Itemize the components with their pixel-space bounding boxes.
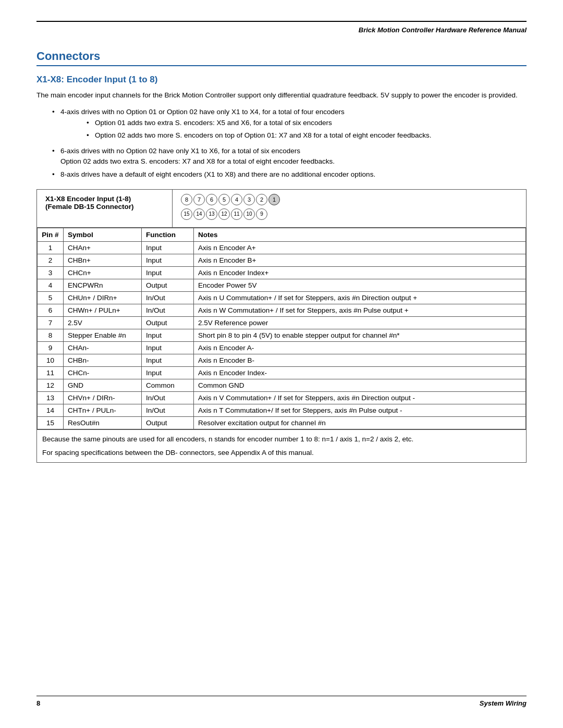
table-row: 11 CHCn- Input Axis n Encoder Index- bbox=[38, 366, 526, 379]
pin-11: 11 bbox=[231, 208, 242, 220]
table-row: 3 CHCn+ Input Axis n Encoder Index+ bbox=[38, 266, 526, 279]
cell-function: Input bbox=[142, 329, 194, 341]
page: Brick Motion Controller Hardware Referen… bbox=[0, 0, 563, 728]
cell-pin: 4 bbox=[38, 279, 64, 291]
cell-pin: 8 bbox=[38, 329, 64, 341]
table-row: 12 GND Common Common GND bbox=[38, 379, 526, 391]
cell-symbol: ENCPWRn bbox=[64, 279, 142, 291]
cell-notes: Axis n V Commutation+ / If set for Stepp… bbox=[194, 391, 526, 404]
cell-function: Common bbox=[142, 379, 194, 391]
bottom-notes: Because the same pinouts are used for al… bbox=[37, 429, 526, 463]
table-row: 4 ENCPWRn Output Encoder Power 5V bbox=[38, 279, 526, 291]
cell-notes: Axis n Encoder Index- bbox=[194, 366, 526, 379]
pin-3: 3 bbox=[243, 194, 255, 205]
footnote-1: Because the same pinouts are used for al… bbox=[42, 434, 521, 445]
cell-function: Input bbox=[142, 241, 194, 254]
cell-symbol: GND bbox=[64, 379, 142, 391]
pin-9: 9 bbox=[256, 208, 267, 220]
cell-notes: 2.5V Reference power bbox=[194, 316, 526, 329]
cell-notes: Axis n Encoder B- bbox=[194, 354, 526, 366]
pin-7: 7 bbox=[193, 194, 205, 205]
cell-function: In/Out bbox=[142, 291, 194, 304]
cell-symbol: CHTn+ / PULn- bbox=[64, 404, 142, 416]
pin-15: 15 bbox=[181, 208, 192, 220]
table-row: 8 Stepper Enable #n Input Short pin 8 to… bbox=[38, 329, 526, 341]
cell-notes: Axis n U Commutation+ / If set for Stepp… bbox=[194, 291, 526, 304]
cell-function: Input bbox=[142, 354, 194, 366]
bullet-2-text: 6-axis drives with no Option 02 have onl… bbox=[60, 147, 335, 165]
cell-symbol: CHCn- bbox=[64, 366, 142, 379]
connector-pins-top-row: 8 7 6 5 4 3 2 1 bbox=[181, 194, 280, 205]
footnote-2: For spacing specifications between the D… bbox=[42, 448, 521, 458]
table-row: 14 CHTn+ / PULn- In/Out Axis n T Commuta… bbox=[38, 404, 526, 416]
cell-pin: 13 bbox=[38, 391, 64, 404]
cell-function: Output bbox=[142, 316, 194, 329]
cell-symbol: Stepper Enable #n bbox=[64, 329, 142, 341]
pin-14: 14 bbox=[193, 208, 205, 220]
cell-symbol: ResOut#n bbox=[64, 416, 142, 429]
pin-8: 8 bbox=[181, 194, 192, 205]
connector-header: X1-X8 Encoder Input (1-8) (Female DB-15 … bbox=[37, 190, 526, 228]
table-header-row: Pin # Symbol Function Notes bbox=[38, 228, 526, 241]
cell-pin: 15 bbox=[38, 416, 64, 429]
section-title: Connectors bbox=[36, 50, 527, 66]
table-row: 5 CHUn+ / DIRn+ In/Out Axis n U Commutat… bbox=[38, 291, 526, 304]
cell-function: Input bbox=[142, 266, 194, 279]
cell-notes: Axis n T Commutation+/ If set for Steppe… bbox=[194, 404, 526, 416]
cell-pin: 9 bbox=[38, 341, 64, 354]
bullet-3: 8-axis drives have a default of eight en… bbox=[52, 169, 527, 180]
subsection-title: X1-X8: Encoder Input (1 to 8) bbox=[36, 75, 527, 85]
cell-pin: 2 bbox=[38, 254, 64, 266]
table-row: 6 CHWn+ / PULn+ In/Out Axis n W Commutat… bbox=[38, 304, 526, 316]
cell-pin: 11 bbox=[38, 366, 64, 379]
footer-section: System Wiring bbox=[480, 699, 527, 707]
cell-pin: 1 bbox=[38, 241, 64, 254]
pin-4: 4 bbox=[231, 194, 242, 205]
cell-symbol: 2.5V bbox=[64, 316, 142, 329]
table-row: 7 2.5V Output 2.5V Reference power bbox=[38, 316, 526, 329]
connector-pins-bottom-row: 15 14 13 12 11 10 9 bbox=[181, 208, 267, 220]
connector-header-right: 8 7 6 5 4 3 2 1 15 14 13 12 11 10 bbox=[173, 190, 526, 227]
cell-notes: Axis n W Commutation+ / If set for Stepp… bbox=[194, 304, 526, 316]
cell-pin: 6 bbox=[38, 304, 64, 316]
cell-function: In/Out bbox=[142, 404, 194, 416]
bullet-1: 4-axis drives with no Option 01 or Optio… bbox=[52, 107, 527, 141]
cell-symbol: CHWn+ / PULn+ bbox=[64, 304, 142, 316]
cell-pin: 12 bbox=[38, 379, 64, 391]
cell-notes: Encoder Power 5V bbox=[194, 279, 526, 291]
cell-symbol: CHCn+ bbox=[64, 266, 142, 279]
connector-header-title-line1: X1-X8 Encoder Input (1-8) bbox=[45, 195, 164, 203]
cell-symbol: CHAn+ bbox=[64, 241, 142, 254]
footer: 8 System Wiring bbox=[36, 696, 527, 707]
pin-5: 5 bbox=[218, 194, 230, 205]
cell-pin: 14 bbox=[38, 404, 64, 416]
col-header-function: Function bbox=[142, 228, 194, 241]
connector-header-title-line2: (Female DB-15 Connector) bbox=[45, 203, 164, 211]
cell-notes: Axis n Encoder Index+ bbox=[194, 266, 526, 279]
cell-function: Input bbox=[142, 254, 194, 266]
pin-1: 1 bbox=[268, 194, 280, 205]
table-row: 10 CHBn- Input Axis n Encoder B- bbox=[38, 354, 526, 366]
pin-12: 12 bbox=[218, 208, 230, 220]
pin-2: 2 bbox=[256, 194, 267, 205]
main-bullet-list: 4-axis drives with no Option 01 or Optio… bbox=[52, 107, 527, 180]
cell-function: In/Out bbox=[142, 391, 194, 404]
cell-symbol: CHBn- bbox=[64, 354, 142, 366]
col-header-symbol: Symbol bbox=[64, 228, 142, 241]
cell-pin: 5 bbox=[38, 291, 64, 304]
sub-bullet-list-1: Option 01 adds two extra S. encoders: X5… bbox=[87, 118, 527, 141]
footer-page-number: 8 bbox=[36, 699, 40, 707]
cell-symbol: CHBn+ bbox=[64, 254, 142, 266]
table-row: 9 CHAn- Input Axis n Encoder A- bbox=[38, 341, 526, 354]
cell-notes: Resolver excitation output for channel #… bbox=[194, 416, 526, 429]
table-row: 15 ResOut#n Output Resolver excitation o… bbox=[38, 416, 526, 429]
cell-pin: 10 bbox=[38, 354, 64, 366]
header-rule bbox=[36, 21, 527, 22]
table-row: 2 CHBn+ Input Axis n Encoder B+ bbox=[38, 254, 526, 266]
cell-notes: Common GND bbox=[194, 379, 526, 391]
cell-symbol: CHUn+ / DIRn+ bbox=[64, 291, 142, 304]
col-header-pin: Pin # bbox=[38, 228, 64, 241]
sub-bullet-1-1: Option 01 adds two extra S. encoders: X5… bbox=[87, 118, 527, 128]
connector-box: X1-X8 Encoder Input (1-8) (Female DB-15 … bbox=[36, 189, 527, 463]
cell-notes: Axis n Encoder B+ bbox=[194, 254, 526, 266]
